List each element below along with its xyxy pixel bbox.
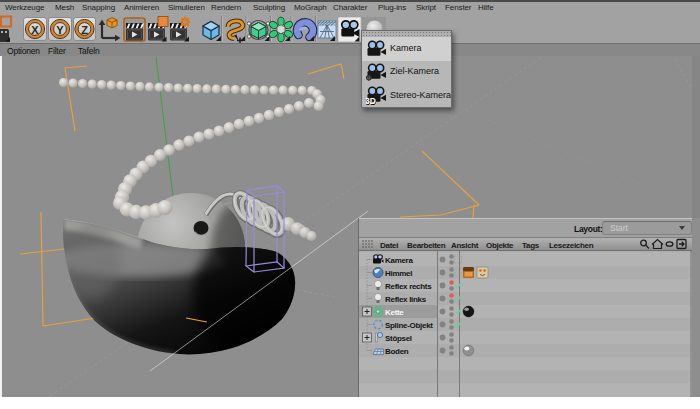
svg-text:Spline-Objekt: Spline-Objekt <box>385 321 433 330</box>
svg-text:Boden: Boden <box>385 347 409 356</box>
svg-text:Reflex links: Reflex links <box>385 295 427 304</box>
svg-text:Stöpsel: Stöpsel <box>385 334 412 343</box>
svg-text:Kette: Kette <box>385 308 404 317</box>
svg-text:3D: 3D <box>366 96 376 105</box>
svg-text:Z: Z <box>81 24 88 36</box>
svg-text:X: X <box>31 24 39 36</box>
svg-text:Reflex rechts: Reflex rechts <box>385 282 432 291</box>
svg-text:Himmel: Himmel <box>385 269 412 278</box>
svg-text:Y: Y <box>56 24 64 36</box>
svg-text:Kamera: Kamera <box>385 256 413 265</box>
